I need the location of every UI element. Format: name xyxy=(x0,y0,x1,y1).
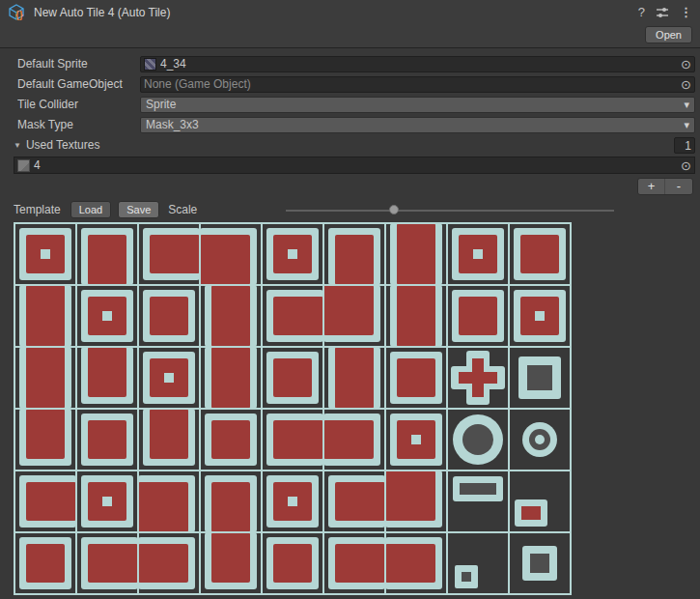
default-gameobject-label: Default GameObject xyxy=(17,77,140,91)
context-menu-icon[interactable]: ⋮ xyxy=(680,6,692,19)
title-row: {} New Auto Tile 4 (Auto Tile) ? ⋮ xyxy=(0,0,700,25)
default-sprite-field[interactable]: 4_34 ⊙ xyxy=(140,56,695,72)
default-gameobject-field[interactable]: None (Game Object) ⊙ xyxy=(140,76,695,93)
default-sprite-label: Default Sprite xyxy=(17,57,140,71)
scale-slider-handle[interactable] xyxy=(389,205,399,214)
help-icon[interactable]: ? xyxy=(638,6,645,19)
presets-icon[interactable] xyxy=(656,6,669,19)
object-picker-icon[interactable]: ⊙ xyxy=(677,78,691,91)
texture-name: 4 xyxy=(34,158,41,172)
open-button[interactable]: Open xyxy=(645,26,692,43)
save-button[interactable]: Save xyxy=(118,201,159,218)
texture-element-row: 4 ⊙ xyxy=(14,157,695,174)
sprite-thumbnail-icon xyxy=(144,58,156,71)
used-textures-foldout[interactable]: ▼ Used Textures 1 xyxy=(14,136,695,154)
foldout-arrow-icon[interactable]: ▼ xyxy=(14,141,21,150)
used-textures-label: Used Textures xyxy=(26,138,674,152)
used-textures-count-field[interactable]: 1 xyxy=(674,137,695,154)
scale-slider[interactable] xyxy=(286,202,614,217)
mask-type-value: Mask_3x3 xyxy=(146,118,199,131)
template-label: Template xyxy=(14,203,61,216)
default-gameobject-value: None (Game Object) xyxy=(144,77,251,91)
field-row-mask-type: Mask Type Mask_3x3 ▾ xyxy=(17,116,695,133)
template-toolbar: Template Load Save Scale xyxy=(14,201,700,218)
remove-texture-button[interactable]: - xyxy=(665,179,692,194)
object-picker-icon[interactable]: ⊙ xyxy=(677,159,691,172)
add-remove-group: + - xyxy=(637,178,693,195)
open-row: Open xyxy=(0,25,700,44)
scale-label: Scale xyxy=(168,203,197,216)
add-texture-button[interactable]: + xyxy=(638,179,665,194)
load-button[interactable]: Load xyxy=(70,201,111,218)
inspector-header: {} New Auto Tile 4 (Auto Tile) ? ⋮ Open xyxy=(0,0,700,48)
window-title: New Auto Tile 4 (Auto Tile) xyxy=(34,6,638,19)
tile-collider-value: Sprite xyxy=(146,98,176,111)
header-actions: ? ⋮ xyxy=(638,6,692,19)
tile-template-image[interactable] xyxy=(14,222,572,595)
field-row-default-gameobject: Default GameObject None (Game Object) ⊙ xyxy=(17,75,695,93)
list-controls: + - xyxy=(0,178,693,195)
tile-collider-dropdown[interactable]: Sprite ▾ xyxy=(140,97,695,113)
chevron-down-icon: ▾ xyxy=(684,100,689,110)
inspector-body: Default Sprite 4_34 ⊙ Default GameObject… xyxy=(0,55,700,595)
svg-text:{}: {} xyxy=(15,10,23,20)
auto-tile-template-canvas[interactable] xyxy=(14,222,572,595)
texture-element-field[interactable]: 4 ⊙ xyxy=(14,157,695,174)
tile-collider-label: Tile Collider xyxy=(17,98,140,111)
default-sprite-value: 4_34 xyxy=(160,57,186,71)
texture-thumbnail-icon xyxy=(17,159,30,172)
field-row-default-sprite: Default Sprite 4_34 ⊙ xyxy=(17,55,695,72)
mask-type-label: Mask Type xyxy=(17,118,140,131)
field-row-tile-collider: Tile Collider Sprite ▾ xyxy=(17,96,695,113)
chevron-down-icon: ▾ xyxy=(684,120,689,130)
scale-slider-track[interactable] xyxy=(286,210,614,212)
auto-tile-asset-icon: {} xyxy=(8,3,27,22)
object-picker-icon[interactable]: ⊙ xyxy=(677,58,691,71)
mask-type-dropdown[interactable]: Mask_3x3 ▾ xyxy=(140,117,695,133)
